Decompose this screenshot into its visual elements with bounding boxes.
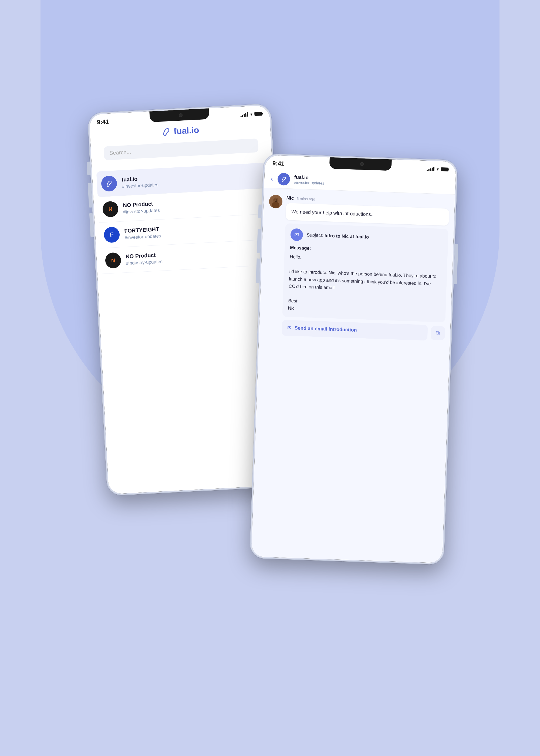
message-sender-nic: Nic (286, 195, 294, 201)
email-greeting-text: Hello, (290, 254, 302, 260)
phone-2-notch (330, 157, 392, 171)
phone-2-signal (427, 167, 435, 171)
channel-info-fortyeight: FORTYEIGHT #investor-updates (124, 226, 161, 241)
message-row-nic: Nic 6 mins ago We need your help with in… (264, 195, 450, 341)
phone-1-signal (240, 112, 248, 117)
phone-2-inner: 9:41 ▾ ‹ (251, 155, 456, 563)
channel-sub-noproduct-1: #investor-updates (123, 208, 160, 215)
channel-avatar-fual (101, 175, 117, 192)
email-icon-circle: ✉ (290, 228, 303, 241)
phone-1-wifi-icon: ▾ (250, 111, 252, 117)
phone-2-mute-btn (258, 204, 262, 218)
email-card-subject-row: ✉ Subject: Intro to Nic at fual.io (290, 228, 443, 246)
channel-avatar-noproduct-1: N (102, 201, 119, 217)
email-body-paragraph: I'd like to introduce Nic, who's the per… (289, 269, 436, 290)
send-email-icon: ✉ (287, 325, 292, 331)
copy-button[interactable]: ⧉ (431, 325, 445, 340)
phone-2-vol-up-btn (257, 229, 261, 253)
action-btn-row: ✉ Send an email introduction ⧉ (282, 320, 445, 341)
chat-header-avatar (277, 173, 290, 186)
phone-2-status-icons: ▾ (427, 166, 449, 172)
copy-icon: ⧉ (436, 330, 440, 336)
subject-prefix: Subject: (307, 232, 325, 238)
email-subject-text: Subject: Intro to Nic at fual.io (307, 232, 369, 240)
message-time-nic: 6 mins ago (297, 196, 315, 201)
phone-2-power-btn (454, 244, 458, 284)
chat-header-channel-sub: #investor-updates (294, 180, 324, 186)
phone-2-vol-down-btn (256, 258, 260, 283)
phone-2-wifi-icon: ▾ (436, 167, 439, 172)
chat-header-info: fual.io #investor-updates (294, 175, 325, 186)
search-placeholder: Search... (109, 149, 131, 156)
phone-2-screen: 9:41 ▾ ‹ (251, 155, 456, 563)
phone-1-vol-down-btn (89, 213, 94, 237)
channel-info-fual: fual.io #investor-updates (121, 175, 159, 189)
phone-1-status-icons: ▾ (240, 111, 262, 117)
fual-logo-icon (161, 127, 171, 137)
app-logo-text: fual.io (173, 125, 199, 136)
message-bubble-nic: We need your help with introductions.. (286, 203, 449, 226)
channel-avatar-noproduct-2: N (105, 252, 121, 269)
subject-bold: Intro to Nic at fual.io (325, 233, 369, 240)
search-bar[interactable]: Search... (104, 139, 259, 160)
phone-1-vol-up-btn (88, 183, 92, 208)
phone-1-battery-icon (254, 112, 262, 116)
channel-avatar-fortyeight: F (104, 226, 120, 243)
message-text-nic: We need your help with introductions.. (291, 209, 374, 217)
channel-name-noproduct-1: NO Product (123, 200, 160, 208)
send-email-label: Send an email introduction (295, 325, 357, 333)
message-content-nic: Nic 6 mins ago We need your help with in… (282, 195, 450, 341)
email-envelope-icon: ✉ (294, 231, 299, 238)
phone-2-time: 9:41 (272, 160, 285, 168)
chat-body: Nic 6 mins ago We need your help with in… (251, 188, 455, 563)
phone-1-camera (179, 113, 183, 117)
phone-1-time: 9:41 (97, 118, 109, 126)
channel-sub-noproduct-2: #industry-updates (126, 259, 163, 266)
channel-name-fual: fual.io (121, 175, 158, 183)
nic-avatar-svg (269, 195, 283, 209)
channel-sub-fual: #investor-updates (122, 182, 159, 189)
send-email-intro-button[interactable]: ✉ Send an email introduction (282, 320, 428, 340)
back-button[interactable]: ‹ (271, 175, 274, 183)
channel-list: fual.io #investor-updates N NO Product (92, 162, 278, 274)
message-avatar-nic (269, 195, 283, 209)
phone-2-battery-icon (441, 168, 448, 172)
phone-1-mute-btn (87, 162, 91, 176)
channel-sub-fortyeight: #investor-updates (124, 233, 161, 241)
phone-2: 9:41 ▾ ‹ (249, 153, 458, 565)
channel-info-noproduct-2: NO Product #industry-updates (126, 252, 163, 266)
email-card: ✉ Subject: Intro to Nic at fual.io Messa… (282, 223, 449, 322)
phones-container: 9:41 ▾ (81, 54, 459, 702)
channel-name-noproduct-2: NO Product (126, 252, 162, 260)
email-greeting: Hello, I'd like to introduce Nic, who's … (288, 253, 442, 317)
channel-name-fortyeight: FORTYEIGHT (124, 226, 161, 234)
email-signoff: Best,Nic (288, 298, 299, 311)
phone-2-camera (360, 162, 364, 166)
channel-info-noproduct-1: NO Product #investor-updates (123, 200, 160, 215)
